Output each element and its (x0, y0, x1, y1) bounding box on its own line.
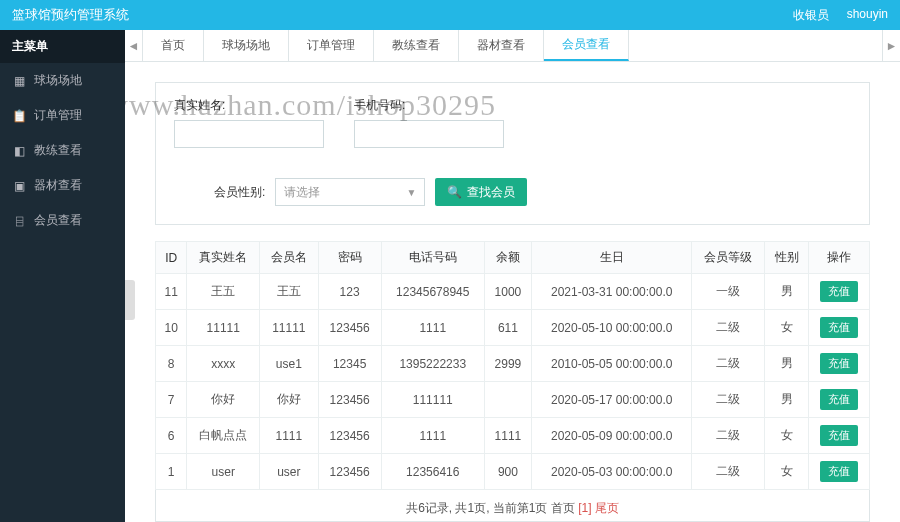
orders-icon: 📋 (12, 109, 26, 123)
sidebar-title: 主菜单 (0, 30, 125, 63)
sidebar-item-label: 球场场地 (34, 72, 82, 89)
table-cell-action: 充值 (809, 418, 870, 454)
tab-equipment[interactable]: 器材查看 (459, 30, 544, 61)
gender-select[interactable]: 请选择 ▼ (275, 178, 425, 206)
table-cell: 一级 (692, 274, 765, 310)
table-cell: 123456 (318, 382, 381, 418)
recharge-button[interactable]: 充值 (820, 281, 858, 302)
table-cell-action: 充值 (809, 454, 870, 490)
search-icon: 🔍 (447, 185, 462, 199)
phone-label: 手机号码: (354, 97, 504, 114)
table-cell-action: 充值 (809, 346, 870, 382)
table-cell: 12356416 (381, 454, 484, 490)
main-area: https://www.huzhan.com/ishop30295 真实姓名: … (125, 62, 900, 522)
pager-first[interactable]: 首页 (551, 501, 575, 515)
table-cell: 2020-05-09 00:00:00.0 (532, 418, 692, 454)
sidebar-collapse-handle[interactable] (125, 280, 135, 320)
members-table: ID真实姓名会员名密码电话号码余额生日会员等级性别操作 11王五王五123123… (155, 241, 870, 490)
table-header: 生日 (532, 242, 692, 274)
table-cell-action: 充值 (809, 274, 870, 310)
name-label: 真实姓名: (174, 97, 324, 114)
tab-members[interactable]: 会员查看 (544, 30, 629, 61)
tab-orders[interactable]: 订单管理 (289, 30, 374, 61)
equipment-icon: ▣ (12, 179, 26, 193)
table-header: ID (156, 242, 187, 274)
members-icon: ⌸ (12, 214, 26, 228)
table-cell-action: 充值 (809, 382, 870, 418)
tab-venue[interactable]: 球场场地 (204, 30, 289, 61)
table-cell: 女 (765, 310, 809, 346)
table-cell: 1111 (484, 418, 531, 454)
table-row: 7你好你好1234561111112020-05-17 00:00:00.0二级… (156, 382, 870, 418)
recharge-button[interactable]: 充值 (820, 353, 858, 374)
tab-coach[interactable]: 教练查看 (374, 30, 459, 61)
sidebar-item-members[interactable]: ⌸ 会员查看 (0, 203, 125, 238)
user-label[interactable]: shouyin (847, 7, 888, 24)
table-cell: 123456 (318, 310, 381, 346)
table-cell: 12345 (318, 346, 381, 382)
table-cell: 2020-05-03 00:00:00.0 (532, 454, 692, 490)
table-cell: 611 (484, 310, 531, 346)
pager: 共6记录, 共1页, 当前第1页 首页 [1] 尾页 (155, 490, 870, 522)
tab-home[interactable]: 首页 (143, 30, 204, 61)
table-cell: 2021-03-31 00:00:00.0 (532, 274, 692, 310)
tabs: 首页 球场场地 订单管理 教练查看 器材查看 会员查看 (143, 30, 882, 61)
phone-input[interactable] (354, 120, 504, 148)
table-header: 余额 (484, 242, 531, 274)
sidebar-item-venue[interactable]: ▦ 球场场地 (0, 63, 125, 98)
sidebar-item-label: 会员查看 (34, 212, 82, 229)
topbar-right: 收银员 shouyin (793, 7, 888, 24)
pager-last[interactable]: 尾页 (595, 501, 619, 515)
table-header: 操作 (809, 242, 870, 274)
table-cell: 11 (156, 274, 187, 310)
table-cell: 男 (765, 346, 809, 382)
table-cell: 123456 (318, 454, 381, 490)
table-row: 8xxxxuse112345139522223329992010-05-05 0… (156, 346, 870, 382)
table-header: 真实姓名 (187, 242, 260, 274)
table-cell: 二级 (692, 382, 765, 418)
table-cell: 7 (156, 382, 187, 418)
filter-panel: 真实姓名: 手机号码: 会员性别: 请选择 ▼ � (155, 82, 870, 225)
recharge-button[interactable]: 充值 (820, 461, 858, 482)
table-cell: 女 (765, 454, 809, 490)
name-input[interactable] (174, 120, 324, 148)
table-header: 会员等级 (692, 242, 765, 274)
tab-scroll-right[interactable]: ► (882, 30, 900, 61)
table-cell: 1395222233 (381, 346, 484, 382)
table-cell: 王五 (187, 274, 260, 310)
table-cell: 2999 (484, 346, 531, 382)
table-cell: 8 (156, 346, 187, 382)
sidebar-item-equipment[interactable]: ▣ 器材查看 (0, 168, 125, 203)
sidebar-item-coach[interactable]: ◧ 教练查看 (0, 133, 125, 168)
table-cell: 111111 (381, 382, 484, 418)
recharge-button[interactable]: 充值 (820, 317, 858, 338)
table-cell: 11111 (260, 310, 318, 346)
gender-placeholder: 请选择 (284, 184, 320, 201)
sidebar-item-label: 教练查看 (34, 142, 82, 159)
table-cell: 白帆点点 (187, 418, 260, 454)
sidebar: 主菜单 ▦ 球场场地 📋 订单管理 ◧ 教练查看 ▣ 器材查看 ⌸ 会员查看 (0, 30, 125, 522)
table-row: 11王五王五1231234567894510002021-03-31 00:00… (156, 274, 870, 310)
recharge-button[interactable]: 充值 (820, 425, 858, 446)
table-cell: user (187, 454, 260, 490)
table-cell: 12345678945 (381, 274, 484, 310)
sidebar-item-orders[interactable]: 📋 订单管理 (0, 98, 125, 133)
table-cell-action: 充值 (809, 310, 870, 346)
recharge-button[interactable]: 充值 (820, 389, 858, 410)
table-cell: use1 (260, 346, 318, 382)
table-cell: 123 (318, 274, 381, 310)
role-label[interactable]: 收银员 (793, 7, 829, 24)
table-cell: 王五 (260, 274, 318, 310)
pager-current: [1] (578, 501, 591, 515)
coach-icon: ◧ (12, 144, 26, 158)
table-cell: 2020-05-10 00:00:00.0 (532, 310, 692, 346)
pager-info: 共6记录, 共1页, 当前第1页 (406, 501, 551, 515)
tabbar: ◄ 首页 球场场地 订单管理 教练查看 器材查看 会员查看 ► (125, 30, 900, 62)
table-cell: 6 (156, 418, 187, 454)
table-cell: 1 (156, 454, 187, 490)
table-cell: xxxx (187, 346, 260, 382)
search-button[interactable]: 🔍 查找会员 (435, 178, 527, 206)
tab-scroll-left[interactable]: ◄ (125, 30, 143, 61)
table-header: 会员名 (260, 242, 318, 274)
table-cell: 你好 (187, 382, 260, 418)
